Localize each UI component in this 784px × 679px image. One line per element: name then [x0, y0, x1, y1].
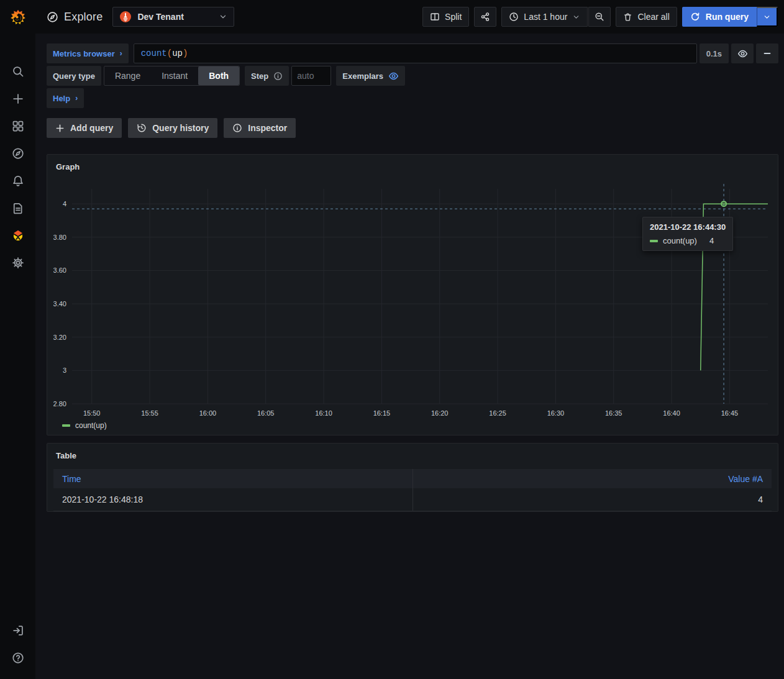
run-query-caret-button[interactable]: [757, 7, 778, 27]
step-label: Step: [251, 71, 268, 81]
svg-text:3.20: 3.20: [53, 334, 66, 341]
sidebar-item-dashboards[interactable]: [0, 112, 35, 140]
datasource-name: Dev Tenant: [137, 12, 213, 22]
sidebar-item-alerting[interactable]: [0, 167, 35, 194]
query-type-option-range[interactable]: Range: [104, 66, 151, 85]
toggle-query-visibility-button[interactable]: [731, 43, 754, 63]
sidebar-item-explore[interactable]: [0, 140, 35, 167]
graph-legend[interactable]: count(up): [53, 421, 772, 434]
chevron-down-icon: [572, 13, 580, 21]
expr-paren-open: (: [167, 48, 172, 58]
svg-text:16:20: 16:20: [431, 409, 449, 417]
sidebar-item-search[interactable]: [0, 58, 35, 85]
tooltip-series-value: 4: [709, 236, 714, 245]
gear-icon: [12, 257, 24, 269]
chevron-right-icon: ›: [120, 49, 122, 58]
legend-series-swatch: [62, 424, 70, 427]
tooltip-series-row: count(up) 4: [650, 236, 726, 245]
query-help-row: Help ›: [47, 88, 778, 108]
svg-text:16:25: 16:25: [489, 409, 506, 417]
svg-text:16:00: 16:00: [199, 409, 217, 417]
grafana-logo-icon[interactable]: [0, 0, 35, 35]
sidebar-item-help[interactable]: [0, 644, 35, 672]
table-panel-title: Table: [53, 449, 772, 464]
add-query-label: Add query: [70, 123, 113, 133]
metrics-browser-button[interactable]: Metrics browser ›: [47, 43, 129, 63]
svg-text:2.80: 2.80: [53, 400, 66, 408]
legend-series-label: count(up): [75, 421, 107, 430]
sync-icon: [690, 12, 700, 22]
sidebar-item-configuration[interactable]: [0, 249, 35, 276]
time-range-picker[interactable]: Last 1 hour: [501, 7, 588, 27]
remove-query-button[interactable]: [756, 43, 778, 63]
tooltip-series-name: count(up): [663, 236, 697, 245]
table-cell-time: 2021-10-22 16:48:18: [53, 488, 413, 511]
compass-icon: [47, 11, 58, 23]
sidebar-bottom-menu: [0, 617, 35, 672]
graph-panel: Graph 2.8033.203.403.603.80415:5015:5516…: [47, 154, 778, 435]
tooltip-timestamp: 2021-10-22 16:44:30: [650, 222, 726, 232]
dashboards-grid-icon: [12, 120, 24, 132]
expr-paren-close: ): [183, 48, 188, 58]
clear-all-button[interactable]: Clear all: [616, 7, 677, 27]
trash-icon: [623, 12, 632, 22]
run-query-label: Run query: [706, 12, 749, 22]
svg-text:15:55: 15:55: [141, 409, 158, 417]
svg-text:3.80: 3.80: [53, 234, 66, 241]
inspector-button[interactable]: Inspector: [224, 118, 296, 138]
zoom-out-button[interactable]: [588, 7, 611, 27]
table-cell-value: 4: [413, 488, 772, 511]
page-title: Explore: [64, 11, 103, 24]
run-query-button[interactable]: Run query: [682, 7, 757, 27]
minus-icon: [762, 48, 772, 58]
graph-svg[interactable]: 2.8033.203.403.603.80415:5015:5516:0016:…: [53, 175, 772, 421]
query-type-segmented-control: Range Instant Both: [104, 66, 240, 86]
step-label-chip: Step: [245, 66, 289, 86]
step-input[interactable]: [291, 66, 331, 86]
help-icon: [12, 652, 24, 664]
search-icon: [12, 65, 24, 78]
query-type-label: Query type: [47, 66, 101, 86]
plus-icon: [12, 93, 24, 105]
add-query-button[interactable]: Add query: [47, 118, 122, 138]
table-header-time[interactable]: Time: [53, 469, 413, 488]
svg-text:16:40: 16:40: [663, 409, 680, 417]
plus-icon: [55, 124, 65, 133]
zoom-out-icon: [595, 12, 604, 22]
time-range-label: Last 1 hour: [524, 12, 567, 22]
chevron-right-icon: ›: [75, 94, 78, 103]
document-icon: [12, 202, 24, 214]
table-header-value[interactable]: Value #A: [413, 469, 772, 488]
share-button[interactable]: [474, 7, 496, 27]
sidebar-item-create[interactable]: [0, 85, 35, 112]
table-panel: Table Time Value #A 2021-10-22 16:48:18 …: [47, 443, 778, 512]
query-history-label: Query history: [152, 123, 209, 133]
query-options-row: Query type Range Instant Both Step Exemp…: [47, 66, 778, 86]
results-table: Time Value #A 2021-10-22 16:48:18 4: [53, 469, 772, 511]
exemplars-label: Exemplars: [342, 71, 383, 81]
history-icon: [137, 123, 147, 133]
query-editor: Metrics browser › count(up) 0.1s Query t…: [47, 43, 778, 138]
graph-tooltip: 2021-10-22 16:44:30 count(up) 4: [642, 217, 733, 251]
help-button[interactable]: Help ›: [47, 88, 84, 108]
query-type-option-both[interactable]: Both: [198, 66, 239, 85]
query-expression-input[interactable]: count(up): [134, 43, 697, 63]
sidebar-item-document[interactable]: [0, 194, 35, 222]
sidebar: [0, 0, 35, 679]
datasource-picker[interactable]: Dev Tenant: [112, 7, 234, 27]
svg-text:16:30: 16:30: [547, 409, 565, 417]
svg-text:3: 3: [63, 367, 66, 374]
query-type-option-instant[interactable]: Instant: [151, 66, 198, 85]
split-button[interactable]: Split: [422, 7, 469, 27]
compass-icon: [12, 147, 24, 160]
graph-panel-title: Graph: [53, 160, 772, 175]
table-row[interactable]: 2021-10-22 16:48:18 4: [53, 488, 772, 511]
info-circle-icon: [232, 123, 242, 133]
sidebar-item-mimir[interactable]: [0, 222, 35, 249]
sidebar-item-sign-in[interactable]: [0, 617, 35, 644]
split-icon: [430, 12, 440, 22]
help-label: Help: [53, 94, 70, 103]
query-history-button[interactable]: Query history: [128, 118, 217, 138]
expr-argument: up: [172, 48, 183, 58]
exemplars-eye-toggle[interactable]: [388, 71, 399, 81]
